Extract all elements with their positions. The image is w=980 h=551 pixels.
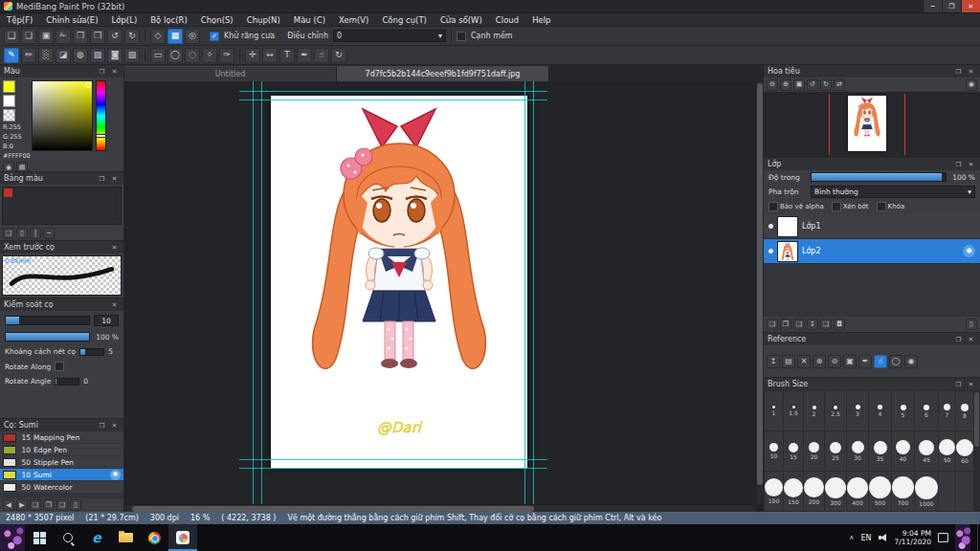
- palette-grid[interactable]: [2, 187, 122, 225]
- menu-color[interactable]: Màu (C): [287, 15, 332, 25]
- taskbar-chrome-button[interactable]: [140, 524, 168, 551]
- target-icon[interactable]: ◉: [904, 355, 918, 368]
- rotate-along-checkbox[interactable]: [55, 362, 64, 371]
- hand-icon[interactable]: ☝: [874, 355, 887, 368]
- brush-size-option[interactable]: 7: [939, 391, 955, 430]
- brush-size-option[interactable]: 50: [939, 431, 955, 471]
- text-tool-icon[interactable]: T: [279, 48, 295, 63]
- close-panel-icon[interactable]: ✕: [966, 66, 976, 77]
- snap-circle-icon[interactable]: ◎: [185, 29, 200, 44]
- blur-tool-icon[interactable]: ◍: [73, 48, 88, 63]
- brush-size-option[interactable]: 500: [869, 472, 891, 511]
- action-center-icon[interactable]: [938, 533, 948, 542]
- background-color-swatch[interactable]: [3, 95, 15, 107]
- close-panel-icon[interactable]: ✕: [109, 420, 120, 430]
- brush-size-option[interactable]: 40: [892, 431, 914, 471]
- pencil-tool-icon[interactable]: ✏: [21, 48, 36, 63]
- soft-edge-checkbox[interactable]: [457, 32, 466, 41]
- brush-size-option[interactable]: 200: [804, 472, 824, 511]
- maximize-button[interactable]: ❐: [942, 0, 961, 12]
- transform-tool-icon[interactable]: ↔: [262, 48, 278, 63]
- eyedropper-icon[interactable]: ✒: [858, 355, 872, 368]
- menu-view[interactable]: Xem(V): [332, 15, 375, 25]
- start-button[interactable]: [25, 524, 54, 551]
- brush-size-option[interactable]: 100: [765, 472, 783, 511]
- gradient-tool-icon[interactable]: ▧: [124, 48, 140, 63]
- close-panel-icon[interactable]: ✕: [109, 173, 120, 184]
- menu-filter[interactable]: Bộ lọc(R): [144, 15, 194, 25]
- brush-size-option[interactable]: 2.5: [825, 391, 846, 430]
- minimize-button[interactable]: ─: [923, 0, 942, 12]
- rotate-view-icon[interactable]: ↻: [331, 48, 346, 63]
- brush-size-option[interactable]: 6: [915, 391, 938, 430]
- eyedropper-tool-icon[interactable]: ✒: [297, 48, 312, 63]
- close-panel-icon[interactable]: ✕: [966, 379, 976, 389]
- navigator-thumbnail[interactable]: [848, 96, 886, 151]
- taskbar-search-button[interactable]: [54, 524, 82, 551]
- adjust-dropdown[interactable]: 0 ▾: [333, 30, 446, 42]
- float-panel-icon[interactable]: ❐: [953, 379, 964, 389]
- transparent-color-swatch[interactable]: [3, 109, 15, 121]
- layer-row-1[interactable]: Lớp1: [764, 214, 980, 239]
- brush-item-watercolor[interactable]: 50 Watercolor: [0, 481, 123, 494]
- brush-size-option[interactable]: 25: [825, 431, 846, 471]
- taskbar-explorer-button[interactable]: [111, 524, 140, 551]
- next-brush-icon[interactable]: ▶: [16, 499, 28, 511]
- layer-settings-gear-icon[interactable]: ✱: [963, 245, 975, 257]
- layer-visibility-icon[interactable]: [768, 224, 773, 229]
- add-brush-icon[interactable]: ❑: [30, 499, 41, 511]
- float-panel-icon[interactable]: ❐: [953, 66, 964, 77]
- navigator-preview[interactable]: [764, 92, 980, 157]
- brush-opacity-slider[interactable]: [5, 332, 90, 342]
- copy-icon[interactable]: ❐: [73, 29, 88, 44]
- trash-icon[interactable]: ▯: [16, 228, 28, 239]
- brush-folder-icon[interactable]: ❏: [56, 499, 68, 511]
- brush-size-option[interactable]: 60: [956, 431, 973, 471]
- zoom-out-icon[interactable]: ⊖: [767, 79, 778, 91]
- close-button[interactable]: ✕: [961, 0, 980, 12]
- brush-size-option[interactable]: 20: [804, 431, 824, 471]
- palette-swatch[interactable]: [4, 188, 12, 197]
- redo-icon[interactable]: ↻: [124, 29, 140, 44]
- brush-item-stipple-pen[interactable]: 50 Stipple Pen: [0, 456, 123, 469]
- brush-size-option[interactable]: 30: [847, 431, 868, 471]
- spacing-slider[interactable]: [79, 348, 104, 356]
- trash-icon[interactable]: ▯: [70, 499, 81, 511]
- brush-size-option[interactable]: 1000: [915, 472, 938, 511]
- rotate-right-icon[interactable]: ↻: [820, 79, 832, 91]
- flip-icon[interactable]: ⇄: [834, 79, 845, 91]
- brush-size-value[interactable]: 10: [94, 315, 119, 326]
- save-icon[interactable]: ▣: [38, 29, 54, 44]
- color-cursor[interactable]: [85, 82, 91, 88]
- magic-wand-icon[interactable]: ✧: [202, 48, 217, 63]
- brush-size-option[interactable]: 45: [915, 431, 938, 471]
- prev-brush-icon[interactable]: ◀: [3, 499, 14, 511]
- new-folder-icon[interactable]: ❑: [793, 319, 805, 330]
- select-rect-icon[interactable]: ▭: [150, 48, 166, 63]
- reference-palette-icon[interactable]: ▤: [782, 355, 795, 368]
- close-panel-icon[interactable]: ✕: [109, 66, 120, 77]
- rotate-left-icon[interactable]: ↺: [807, 79, 818, 91]
- scrollbar-thumb[interactable]: [132, 506, 534, 512]
- zoom-in-icon[interactable]: ⊕: [780, 79, 791, 91]
- move-tool-icon[interactable]: ✛: [245, 48, 260, 63]
- menu-window[interactable]: Cửa sổ(W): [434, 15, 489, 25]
- float-panel-icon[interactable]: ❐: [953, 334, 964, 344]
- brush-item-mapping-pen[interactable]: 15 Mapping Pen: [0, 431, 123, 444]
- brush-size-slider[interactable]: [5, 316, 90, 325]
- canvas-page[interactable]: @Dari: [271, 96, 527, 469]
- duplicate-layer-icon[interactable]: ❐: [780, 319, 791, 330]
- airbrush-tool-icon[interactable]: ░: [38, 48, 54, 63]
- pen-tool-icon[interactable]: ✎: [4, 48, 19, 63]
- brush-item-edge-pen[interactable]: 10 Edge Pen: [0, 444, 123, 456]
- eraser-tool-icon[interactable]: ◪: [56, 48, 71, 63]
- select-pen-icon[interactable]: ✑: [219, 48, 234, 63]
- canvas-viewport[interactable]: @Dari: [124, 81, 763, 512]
- hue-slider[interactable]: [96, 80, 106, 151]
- close-panel-icon[interactable]: ✕: [966, 334, 976, 344]
- circle-select-icon[interactable]: ◯: [889, 355, 902, 368]
- horizontal-scrollbar[interactable]: [124, 504, 755, 512]
- brush-size-option[interactable]: 300: [825, 472, 846, 511]
- zoom-in-icon[interactable]: ⊕: [813, 355, 826, 368]
- fill-tool-icon[interactable]: ▨: [90, 48, 105, 63]
